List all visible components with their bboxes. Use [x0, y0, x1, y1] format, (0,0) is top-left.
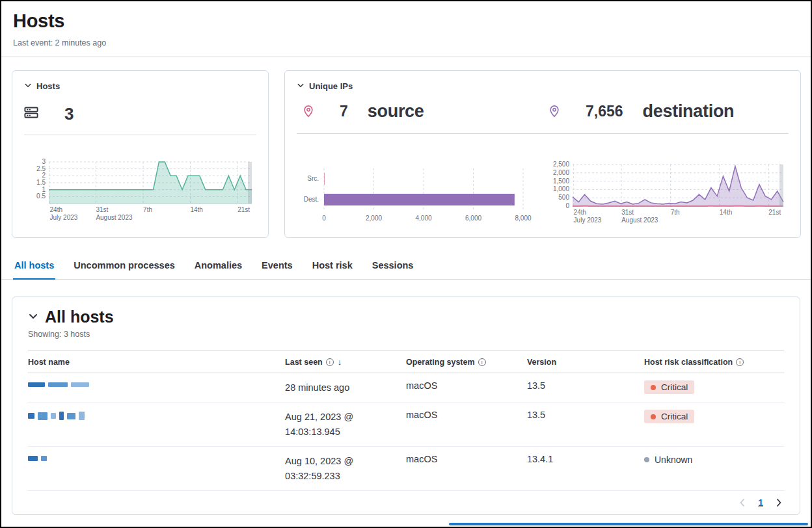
redaction-block [48, 382, 68, 387]
tab-uncommon-processes[interactable]: Uncommon processes [72, 255, 176, 279]
pagination-page-1[interactable]: 1 [758, 497, 763, 508]
host-name-cell [28, 447, 285, 491]
host-name-cell [28, 373, 285, 403]
pagination: 1 [28, 491, 784, 510]
redaction-block [71, 382, 89, 387]
risk-dot-icon [651, 414, 656, 419]
svg-text:24th: 24th [50, 206, 62, 213]
hosts-panel-collapse-toggle[interactable]: Hosts [24, 80, 256, 92]
version-value: 13.5 [527, 403, 644, 447]
unique-ips-charts: 02,0004,0006,0008,000Src.Dest. 05001,000… [297, 161, 789, 228]
redaction-block [59, 412, 64, 420]
redaction-block [28, 382, 45, 387]
operating-system-value: macOS [406, 403, 527, 447]
svg-text:31st: 31st [96, 206, 108, 213]
table-row: 28 minutes agomacOS13.5Critical [28, 373, 784, 403]
svg-text:August 2023: August 2023 [621, 217, 658, 224]
tabs: All hostsUncommon processesAnomaliesEven… [1, 255, 811, 280]
last-seen-value: 28 minutes ago [285, 380, 371, 395]
risk-label: Unknown [655, 455, 692, 465]
svg-text:1,000: 1,000 [553, 185, 569, 192]
table-body: 28 minutes agomacOS13.5CriticalAug 21, 2… [28, 373, 784, 491]
svg-text:Src.: Src. [307, 175, 319, 182]
kpi-row: Hosts 3 0.511.522.5324thJuly 20 [1, 57, 811, 238]
map-pin-icon [302, 105, 315, 118]
svg-text:14th: 14th [190, 206, 202, 213]
risk-dot-icon [644, 457, 649, 462]
host-name-redacted-link[interactable] [28, 454, 280, 461]
unique-ips-panel-collapse-toggle[interactable]: Unique IPs [297, 80, 789, 92]
showing-count: Showing: 3 hosts [28, 330, 784, 339]
source-label: source [368, 101, 424, 122]
all-hosts-title: All hosts [45, 308, 114, 326]
svg-text:1,500: 1,500 [553, 178, 569, 185]
risk-badge-unknown: Unknown [644, 455, 692, 465]
column-header-host-risk-classification[interactable]: Host risk classificationi [644, 351, 784, 373]
svg-text:3: 3 [42, 158, 46, 165]
pagination-prev-button[interactable] [737, 497, 748, 508]
unique-ips-bar-chart[interactable]: 02,0004,0006,0008,000Src.Dest. [297, 163, 537, 228]
unique-ips-kpi-panel: Unique IPs 7 source [284, 70, 801, 238]
table-row: Aug 10, 2023 @ 03:32:59.233macOS13.4.1Un… [28, 447, 784, 491]
tab-events[interactable]: Events [260, 255, 294, 279]
tab-sessions[interactable]: Sessions [371, 255, 415, 279]
panel-divider [297, 133, 789, 134]
svg-text:July 2023: July 2023 [574, 217, 602, 224]
version-value: 13.5 [527, 373, 644, 403]
risk-badge-critical: Critical [644, 380, 694, 394]
svg-text:2,500: 2,500 [553, 161, 569, 168]
svg-text:8,000: 8,000 [515, 215, 531, 222]
redaction-block [67, 413, 75, 419]
destination-label: destination [643, 101, 735, 122]
map-pin-icon [548, 105, 561, 118]
column-label: Operating system [406, 358, 475, 367]
risk-cell: Critical [644, 373, 784, 403]
horizontal-scrollbar[interactable] [449, 523, 808, 525]
hosts-chart-wrap: 0.511.522.5324thJuly 202331stAugust 2023… [24, 158, 256, 228]
svg-text:21st: 21st [237, 206, 250, 213]
svg-text:2,000: 2,000 [366, 215, 382, 222]
info-icon[interactable]: i [478, 358, 486, 366]
tab-all-hosts[interactable]: All hosts [13, 255, 55, 280]
host-name-redacted-link[interactable] [28, 380, 280, 387]
column-label: Host name [28, 358, 70, 367]
pagination-next-button[interactable] [774, 497, 784, 508]
svg-text:0: 0 [322, 215, 326, 222]
last-seen-cell: 28 minutes ago [285, 373, 406, 403]
column-header-last-seen[interactable]: Last seeni↓ [285, 351, 406, 373]
hosts-panel-title: Hosts [36, 81, 60, 91]
last-seen-cell: Aug 10, 2023 @ 03:32:59.233 [285, 447, 406, 491]
svg-text:31st: 31st [621, 209, 634, 216]
redaction-block [51, 413, 56, 419]
operating-system-value: macOS [406, 447, 527, 491]
column-label: Version [527, 358, 556, 367]
all-hosts-collapse-toggle[interactable] [28, 311, 38, 324]
destination-ip-metric: 7,656 destination [543, 98, 789, 124]
all-hosts-panel: All hosts Showing: 3 hosts Host nameLast… [12, 297, 800, 515]
redaction-block [41, 456, 47, 461]
storage-icon [24, 105, 38, 122]
column-header-operating-system[interactable]: Operating systemi [406, 351, 527, 373]
redaction-block [28, 413, 34, 419]
unique-ips-area-chart[interactable]: 05001,0001,5002,0002,50024thJuly 202331s… [548, 161, 789, 228]
table-row: Aug 21, 2023 @ 14:03:13.945macOS13.5Crit… [28, 403, 784, 447]
column-header-host-name[interactable]: Host name [28, 351, 285, 373]
svg-text:Dest.: Dest. [304, 196, 319, 203]
unique-ips-metrics: 7 source 7,656 destination [297, 98, 789, 124]
svg-text:August 2023: August 2023 [96, 214, 133, 221]
page-title: Hosts [13, 10, 799, 32]
operating-system-value: macOS [406, 373, 527, 403]
sort-desc-icon: ↓ [338, 357, 342, 367]
panel-divider [24, 135, 256, 135]
info-icon[interactable]: i [736, 358, 744, 366]
tab-anomalies[interactable]: Anomalies [193, 255, 243, 279]
column-header-version[interactable]: Version [527, 351, 644, 373]
last-seen-cell: Aug 21, 2023 @ 14:03:13.945 [285, 403, 406, 447]
host-name-redacted-link[interactable] [28, 410, 280, 420]
destination-ip-count: 7,656 [586, 103, 623, 120]
unique-ips-panel-title: Unique IPs [309, 81, 353, 91]
svg-text:2.5: 2.5 [36, 165, 46, 172]
hosts-area-chart[interactable]: 0.511.522.5324thJuly 202331stAugust 2023… [24, 158, 257, 226]
info-icon[interactable]: i [326, 358, 334, 366]
tab-host-risk[interactable]: Host risk [311, 255, 354, 279]
